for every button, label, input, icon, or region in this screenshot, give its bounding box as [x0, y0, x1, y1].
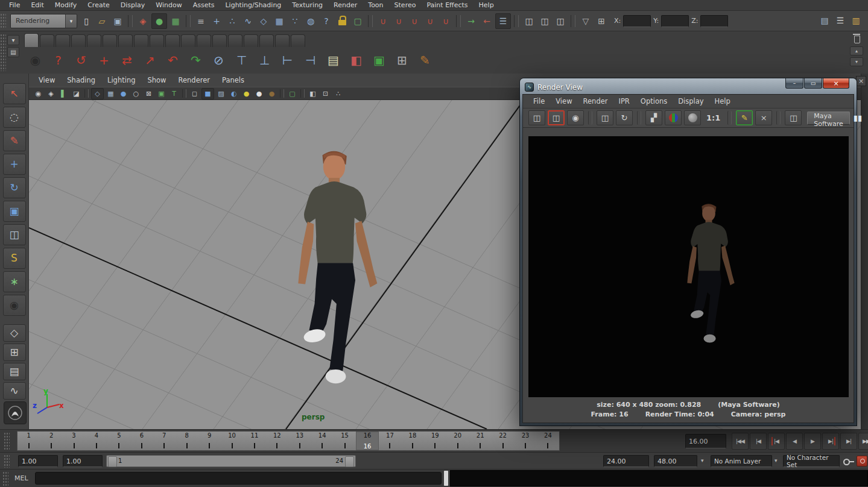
menu-set-selector[interactable]: Rendering ▾: [10, 14, 77, 28]
persp-graph-layout-button[interactable]: ∿: [3, 382, 26, 400]
share-view-icon[interactable]: ∴: [332, 89, 344, 99]
shelf-tab-menu-icon[interactable]: ▾: [7, 35, 19, 45]
render-settings-icon[interactable]: ◫: [553, 14, 568, 28]
shelf-tab-deformation[interactable]: [103, 34, 117, 47]
maya-logo[interactable]: [4, 401, 27, 424]
smooth-shade-icon[interactable]: ■: [201, 88, 214, 99]
selection-mask-dropdown-icon[interactable]: ≡: [194, 14, 208, 28]
timeline-frame[interactable]: 7: [153, 432, 176, 450]
panel-menu-item[interactable]: Lighting: [101, 76, 141, 84]
bookmark-icon[interactable]: ▌: [58, 89, 69, 99]
mask-misc-icon[interactable]: ?: [319, 14, 334, 28]
outliner-persp-layout-button[interactable]: ▤: [3, 363, 26, 380]
isolate-select-icon[interactable]: ⊡: [320, 89, 331, 99]
character-set-field[interactable]: No Character Set: [783, 455, 840, 467]
anim-layer-field[interactable]: No Anim Layer: [711, 455, 772, 467]
shelf-delete-icon[interactable]: [850, 33, 863, 45]
timeline-frame[interactable]: 16 16: [356, 432, 378, 450]
default-light-icon[interactable]: ●: [241, 89, 252, 99]
show-manipulator-tool[interactable]: ∗: [3, 271, 26, 292]
paint-selection-tool[interactable]: ✎: [3, 130, 26, 151]
textured-icon[interactable]: ◐: [228, 89, 239, 99]
go-to-end-button[interactable]: ▶▶|: [858, 433, 868, 450]
xray-icon[interactable]: ▨: [215, 89, 227, 99]
render-view-menu-item[interactable]: Help: [709, 97, 736, 105]
maximize-button[interactable]: ▭: [804, 78, 822, 89]
mask-curves-icon[interactable]: ∿: [241, 14, 255, 28]
menu-item[interactable]: Display: [115, 0, 151, 11]
ipr-render-icon[interactable]: ◫: [597, 110, 613, 125]
open-scene-icon[interactable]: ▱: [95, 14, 109, 28]
highlight-selection-icon[interactable]: ▢: [287, 89, 298, 99]
default-material-icon[interactable]: ◧: [307, 89, 318, 99]
playback-start-input[interactable]: [63, 455, 103, 467]
camera-attributes-icon[interactable]: ◈: [45, 89, 57, 99]
character-model[interactable]: [284, 146, 385, 396]
render-current-frame-icon[interactable]: ◫: [522, 14, 536, 28]
render-current-frame-icon[interactable]: ◫: [528, 110, 545, 125]
renderer-select[interactable]: Maya Software: [807, 112, 849, 125]
shelf-menu-icon[interactable]: ▤: [7, 47, 19, 57]
timeline-frame[interactable]: 22: [492, 432, 514, 450]
ipr-update-region-icon[interactable]: ▞: [645, 110, 662, 125]
field-chart-icon[interactable]: ⊠: [143, 89, 154, 99]
minimize-button[interactable]: –: [785, 78, 803, 89]
shelf-tab-muscle[interactable]: [197, 34, 211, 47]
range-slider-grip[interactable]: [4, 454, 10, 468]
y-input[interactable]: [661, 15, 689, 27]
menu-item[interactable]: Render: [328, 0, 363, 11]
timeline-frame[interactable]: 4: [85, 432, 107, 450]
universal-manipulator-tool[interactable]: ◫: [3, 224, 26, 245]
snap-align-icon[interactable]: ◧: [346, 51, 366, 71]
mask-dynamics-icon[interactable]: ∵: [288, 14, 302, 28]
pause-ipr-icon[interactable]: ▮▮: [851, 111, 865, 125]
shelf-scroll-down-icon[interactable]: ▾: [850, 57, 863, 66]
mask-joints-icon[interactable]: ∴: [225, 14, 239, 28]
open-render-settings-icon[interactable]: ◫: [785, 110, 802, 125]
play-forwards-button[interactable]: ▶: [804, 433, 821, 450]
command-input[interactable]: [35, 472, 442, 485]
absolute-relative-toggle-icon[interactable]: ⊞: [594, 14, 609, 28]
select-object-icon[interactable]: ●: [151, 13, 167, 29]
panel-close-icon[interactable]: ×: [856, 76, 866, 86]
zoom-camera-icon[interactable]: ↗: [140, 51, 160, 71]
ipr-render-icon[interactable]: ◫: [537, 14, 552, 28]
image-plane-icon[interactable]: ◪: [71, 89, 82, 99]
shelf-tab-polygons[interactable]: [71, 34, 86, 47]
four-pane-layout-button[interactable]: ⊞: [3, 344, 26, 361]
render-view-menu-item[interactable]: View: [550, 97, 577, 105]
menu-item[interactable]: Window: [150, 0, 187, 11]
timeline-frame[interactable]: 18: [401, 432, 423, 450]
shelf-tab-custom[interactable]: [275, 34, 290, 47]
animation-end-input[interactable]: [654, 455, 697, 467]
safe-title-icon[interactable]: T: [168, 89, 180, 99]
timeline-frame[interactable]: 5: [108, 432, 130, 450]
step-back-frame-button[interactable]: |◀: [768, 433, 785, 450]
shelf-tab-fluids[interactable]: [212, 34, 227, 47]
render-region-icon[interactable]: ◫: [548, 110, 565, 125]
shelf-tab-painteffects[interactable]: [165, 34, 180, 47]
redo-icon[interactable]: ↷: [186, 51, 206, 71]
help-icon[interactable]: ?: [48, 51, 68, 71]
step-forward-frame-button[interactable]: ▶|: [822, 433, 839, 450]
rgb-channels-icon[interactable]: [665, 110, 682, 125]
soft-modification-tool[interactable]: S: [3, 248, 26, 269]
z-input[interactable]: [700, 15, 728, 27]
render-image[interactable]: [528, 136, 849, 397]
shelf-tab-ncloth[interactable]: [259, 34, 274, 47]
output-connections-icon[interactable]: ←: [480, 14, 494, 28]
construction-history-icon[interactable]: ☰: [495, 13, 511, 29]
menu-item[interactable]: Lighting/Shading: [220, 0, 287, 11]
track-camera-icon[interactable]: +: [94, 51, 114, 71]
shelf-scroll-up-icon[interactable]: ▴: [850, 46, 863, 55]
highlight-selection-icon[interactable]: ▢: [350, 14, 365, 28]
timeline-frame[interactable]: 6: [130, 432, 153, 450]
attribute-editor-toggle-icon[interactable]: ▤: [817, 13, 832, 28]
shelf-tab-rendering[interactable]: [150, 34, 164, 47]
poly-cube-icon[interactable]: ⊞: [392, 51, 412, 71]
mask-deformations-icon[interactable]: ▦: [272, 14, 287, 28]
scale-tool[interactable]: ▣: [3, 201, 26, 222]
lock-icon[interactable]: [335, 14, 349, 28]
step-forward-key-button[interactable]: ▶|: [840, 433, 857, 450]
menu-item[interactable]: Assets: [188, 0, 220, 11]
